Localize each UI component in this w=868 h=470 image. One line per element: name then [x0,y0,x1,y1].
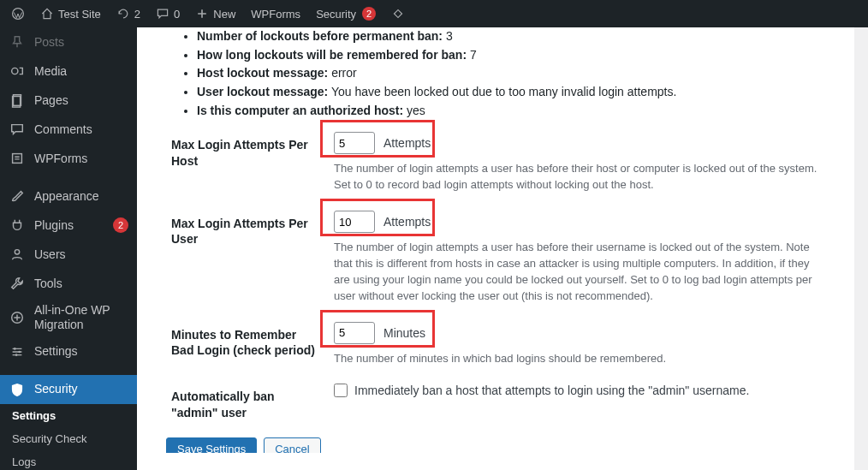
shield-icon [9,381,26,398]
input-max-login-host[interactable] [334,132,375,154]
updates-icon [116,7,130,21]
comment-bubble-icon [156,7,169,21]
sidebar-item-migration[interactable]: All-in-One WP Migration [0,298,137,337]
row-max-login-host: Max Login Attempts Per Host Attempts The… [154,132,851,193]
sidebar-item-security[interactable]: Security [0,375,137,404]
comments-link[interactable]: 0 [150,0,186,27]
comment-icon [9,121,26,138]
save-button[interactable]: Save Settings [166,437,257,453]
svg-rect-1 [395,9,402,17]
site-name: Test Site [58,8,101,21]
settings-form: Max Login Attempts Per Host Attempts The… [154,132,851,419]
brush-icon [9,187,26,205]
wrench-icon [9,275,26,292]
admin-toolbar: Test Site 2 0 New WPForms Security 2 [0,0,868,27]
sidebar-item-media[interactable]: Media [0,57,137,86]
wordpress-icon [11,7,25,21]
summary-item: How long lockouts will be remembered for… [197,46,851,65]
submenu-logs[interactable]: Logs [0,450,137,470]
wpforms-toolbar-link[interactable]: WPForms [245,0,306,27]
help-text: The number of login attempts a user has … [334,240,822,304]
security-toolbar-link[interactable]: Security 2 [310,0,382,27]
plug-icon [9,217,26,234]
sidebar-item-tools[interactable]: Tools [0,269,137,298]
sidebar-label: WPForms [34,152,128,166]
site-name-link[interactable]: Test Site [34,0,107,27]
security-toolbar-label: Security [316,8,356,21]
home-icon [40,7,54,21]
admin-sidebar: Posts Media Pages Comments WPForms Appea… [0,27,137,470]
sidebar-label: Users [34,247,128,262]
settings-summary-list: Number of lockouts before permanent ban:… [197,27,851,120]
help-text: The number of minutes in which bad login… [334,351,822,367]
row-max-login-user: Max Login Attempts Per User Attempts The… [154,211,851,304]
sidebar-label: Posts [34,35,128,50]
row-minutes-remember: Minutes to Remember Bad Login (check per… [154,322,851,367]
sidebar-label: Tools [34,277,128,291]
cancel-button[interactable]: Cancel [264,437,320,453]
svg-point-6 [15,250,19,254]
label-max-login-user: Max Login Attempts Per User [154,211,325,247]
new-label: New [213,8,235,21]
wp-logo[interactable] [5,0,31,27]
sidebar-item-wpforms[interactable]: WPForms [0,144,137,173]
label-minutes-remember: Minutes to Remember Bad Login (check per… [154,322,325,358]
sidebar-item-posts[interactable]: Posts [0,27,137,57]
row-auto-ban-admin: Automatically ban "admin" user Immediate… [154,384,851,419]
sidebar-label: Comments [34,122,128,137]
svg-point-8 [14,348,16,350]
plus-icon [195,7,209,21]
migration-icon [9,309,26,326]
checkbox-auto-ban-admin[interactable] [334,384,348,397]
plugins-badge: 2 [113,217,128,233]
sidebar-item-settings[interactable]: Settings [0,337,137,366]
diamond-icon [391,7,405,21]
scrollbar[interactable] [854,27,868,470]
form-buttons: Save Settings Cancel [166,437,851,453]
input-max-login-user[interactable] [334,211,375,233]
updates-count: 2 [134,8,140,21]
sidebar-item-pages[interactable]: Pages [0,86,137,115]
security-toolbar-badge: 2 [362,7,376,21]
wpforms-icon [9,150,26,167]
extra-toolbar-item[interactable] [385,0,411,27]
svg-point-10 [15,354,18,356]
pin-icon [9,33,26,51]
svg-point-9 [18,350,21,353]
sidebar-label: All-in-One WP Migration [34,303,128,332]
summary-item: User lockout message: You have been lock… [197,83,851,102]
security-submenu: Settings Security Check Logs Go Pro [0,404,137,470]
sidebar-item-users[interactable]: Users [0,240,137,269]
svg-rect-5 [13,154,22,164]
sidebar-label: Plugins [34,218,104,233]
summary-item: Is this computer an authorized host: yes [197,102,851,121]
unit-label: Minutes [383,326,425,340]
summary-item: Number of lockouts before permanent ban:… [197,27,851,46]
checkbox-label: Immediately ban a host that attempts to … [354,384,749,397]
new-link[interactable]: New [189,0,241,27]
sliders-icon [9,343,26,360]
sidebar-item-plugins[interactable]: Plugins 2 [0,211,137,240]
sidebar-label: Security [34,382,128,396]
summary-item: Host lockout message: error [197,64,851,83]
sidebar-label: Pages [34,93,128,108]
submenu-settings[interactable]: Settings [0,404,137,427]
user-icon [9,246,26,263]
sidebar-label: Settings [34,344,128,359]
svg-point-2 [12,68,18,74]
input-minutes-remember[interactable] [334,322,375,344]
media-icon [9,62,26,80]
main-content: Number of lockouts before permanent ban:… [137,27,868,470]
label-auto-ban-admin: Automatically ban "admin" user [154,384,325,419]
sidebar-item-appearance[interactable]: Appearance [0,181,137,211]
page-icon [9,92,26,109]
sidebar-label: Media [34,64,128,79]
sidebar-item-comments[interactable]: Comments [0,115,137,144]
checkbox-row[interactable]: Immediately ban a host that attempts to … [334,384,851,397]
comments-count: 0 [174,8,180,21]
help-text: The number of login attempts a user has … [334,161,822,193]
submenu-security-check[interactable]: Security Check [0,427,137,450]
sidebar-label: Appearance [34,189,128,204]
updates-link[interactable]: 2 [110,0,146,27]
label-max-login-host: Max Login Attempts Per Host [154,132,325,168]
